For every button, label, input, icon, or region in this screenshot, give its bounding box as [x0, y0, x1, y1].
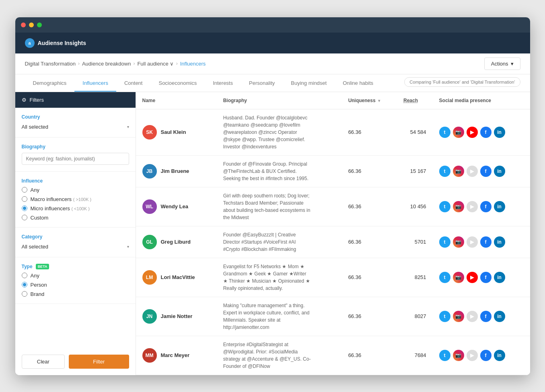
category-dropdown[interactable]: All selected ▾: [22, 243, 129, 250]
twitter-icon[interactable]: t: [439, 272, 450, 283]
breadcrumb-digital-transformation[interactable]: Digital Transformation: [25, 61, 76, 67]
name-cell: GL Greg Liburd: [136, 226, 217, 258]
type-person-radio[interactable]: [22, 282, 27, 287]
filter-button[interactable]: Filter: [69, 355, 129, 369]
table-row: GL Greg Liburd Founder @EasyBuzzzIt | Cr…: [136, 226, 530, 258]
category-filter: Category All selected ▾: [15, 228, 136, 257]
tab-content[interactable]: Content: [116, 74, 151, 92]
biography-text: Husband. Dad. Founder @localglobevc @tea…: [223, 114, 312, 150]
type-brand-radio[interactable]: [22, 291, 27, 297]
tab-personality[interactable]: Personality: [241, 74, 283, 92]
biography-text: Founder of @Finovate Group. Principal @T…: [223, 160, 312, 182]
linkedin-icon[interactable]: in: [494, 311, 505, 322]
social-cell: t📷▶fin: [433, 187, 530, 226]
avatar: MM: [142, 348, 157, 363]
reach-value: 15 167: [410, 168, 426, 174]
linkedin-icon[interactable]: in: [494, 201, 505, 212]
facebook-icon[interactable]: f: [480, 201, 492, 212]
social-icons: t📷▶fin: [439, 311, 524, 322]
biography-input[interactable]: [22, 153, 129, 165]
youtube-icon[interactable]: ▶: [467, 350, 478, 361]
tab-socioeconomics[interactable]: Socioeconomics: [150, 74, 205, 92]
youtube-icon[interactable]: ▶: [467, 166, 478, 177]
instagram-icon[interactable]: 📷: [453, 350, 464, 361]
col-uniqueness[interactable]: Uniqueness ▾: [342, 92, 397, 109]
logo-icon: a: [25, 38, 35, 48]
instagram-icon[interactable]: 📷: [453, 201, 464, 212]
influence-any[interactable]: Any: [22, 187, 129, 193]
twitter-icon[interactable]: t: [439, 350, 450, 361]
influence-custom[interactable]: Custom: [22, 215, 129, 221]
uniqueness-cell: 66.36: [342, 155, 397, 187]
breadcrumb-full-audience[interactable]: Full audience ∨: [137, 61, 173, 67]
twitter-icon[interactable]: t: [439, 236, 450, 248]
facebook-icon[interactable]: f: [480, 272, 492, 283]
reach-cell: 54 584: [397, 109, 433, 155]
influence-macro-radio[interactable]: [22, 196, 27, 202]
linkedin-icon[interactable]: in: [494, 272, 505, 283]
breadcrumb-audience-breakdown[interactable]: Audience breakdown: [82, 61, 131, 67]
youtube-icon[interactable]: ▶: [467, 272, 478, 283]
tab-online-habits[interactable]: Online habits: [335, 74, 381, 92]
instagram-icon[interactable]: 📷: [453, 166, 464, 177]
name-cell: JN Jamie Notter: [136, 297, 217, 336]
linkedin-icon[interactable]: in: [494, 350, 505, 361]
name-cell: MM Marc Meyer: [136, 336, 217, 375]
youtube-icon[interactable]: ▶: [467, 201, 478, 212]
social-icons: t📷▶fin: [439, 272, 524, 283]
influence-custom-radio[interactable]: [22, 215, 27, 220]
linkedin-icon[interactable]: in: [494, 166, 505, 177]
filters-label: Filters: [30, 97, 44, 103]
reach-cell: 15 167: [397, 155, 433, 187]
twitter-icon[interactable]: t: [439, 201, 450, 212]
influencer-name: Marc Meyer: [161, 352, 190, 358]
clear-button[interactable]: Clear: [22, 355, 65, 369]
facebook-icon[interactable]: f: [480, 350, 492, 361]
instagram-icon[interactable]: 📷: [453, 236, 464, 248]
type-any[interactable]: Any: [22, 273, 129, 279]
instagram-icon[interactable]: 📷: [453, 127, 464, 138]
youtube-icon[interactable]: ▶: [467, 127, 478, 138]
app-name: Audiense Insights: [38, 40, 86, 46]
influence-macro[interactable]: Macro influencers ( >100K ): [22, 196, 129, 202]
close-dot[interactable]: [21, 23, 26, 27]
linkedin-icon[interactable]: in: [494, 127, 505, 138]
facebook-icon[interactable]: f: [480, 127, 492, 138]
social-icons: t📷▶fin: [439, 236, 524, 248]
maximize-dot[interactable]: [37, 23, 42, 27]
influence-any-radio[interactable]: [22, 187, 27, 193]
facebook-icon[interactable]: f: [480, 166, 492, 177]
facebook-icon[interactable]: f: [480, 311, 492, 322]
uniqueness-cell: 66.36: [342, 258, 397, 297]
type-any-radio[interactable]: [22, 273, 27, 278]
influence-micro-radio[interactable]: [22, 205, 27, 211]
youtube-icon[interactable]: ▶: [467, 236, 478, 248]
twitter-icon[interactable]: t: [439, 166, 450, 177]
country-dropdown[interactable]: All selected ▾: [22, 123, 129, 131]
type-brand[interactable]: Brand: [22, 291, 129, 297]
tab-influencers[interactable]: Influencers: [74, 74, 116, 92]
biography-label: Biography: [22, 144, 129, 150]
tab-demographics[interactable]: Demographics: [25, 74, 75, 92]
name-cell: WL Wendy Lea: [136, 187, 217, 226]
table-row: JB Jim Bruene Founder of @Finovate Group…: [136, 155, 530, 187]
bio-cell: Making "culture management" a thing. Exp…: [217, 297, 342, 336]
facebook-icon[interactable]: f: [480, 236, 492, 248]
actions-button[interactable]: Actions ▾: [484, 57, 520, 70]
uniqueness-value: 66.36: [348, 168, 362, 174]
influence-any-label: Any: [31, 187, 39, 193]
youtube-icon[interactable]: ▶: [467, 311, 478, 322]
twitter-icon[interactable]: t: [439, 311, 450, 322]
linkedin-icon[interactable]: in: [494, 236, 505, 248]
twitter-icon[interactable]: t: [439, 127, 450, 138]
bio-cell: Girl with deep southern roots; Dog lover…: [217, 187, 342, 226]
tabs-bar: Demographics Influencers Content Socioec…: [15, 74, 530, 92]
tab-interests[interactable]: Interests: [205, 74, 241, 92]
minimize-dot[interactable]: [29, 23, 34, 27]
instagram-icon[interactable]: 📷: [453, 272, 464, 283]
influence-micro[interactable]: Micro influencers ( <100K ): [22, 205, 129, 211]
type-person[interactable]: Person: [22, 282, 129, 288]
instagram-icon[interactable]: 📷: [453, 311, 464, 322]
tab-buying-mindset[interactable]: Buying mindset: [283, 74, 335, 92]
uniqueness-cell: 66.36: [342, 187, 397, 226]
